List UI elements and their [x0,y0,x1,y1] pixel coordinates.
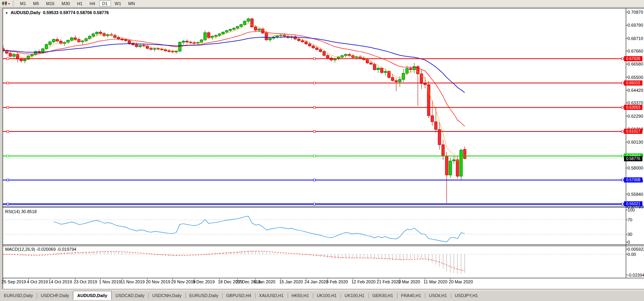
price-tick-label: 0.60130 [628,140,644,144]
macd-scale-label: 0.00 [628,252,636,257]
date-label: 29 Nov 2019 [171,279,195,284]
rsi-indicator-label: RSI(14) 30.8518 [5,209,37,214]
macd-pane [3,250,626,274]
macd-scale-label: -0.023944 [628,273,644,277]
price-badge: 0.65015 [624,80,642,86]
price-tick-label: 0.68710 [628,36,644,41]
chart-tab-fra40-h1[interactable]: FRA40,H1 [397,292,425,300]
macd-indicator-label: MACD(12,26,9) -0.020069 -0.019794 [5,247,76,252]
price-badge: 0.58776 [624,156,642,161]
ma-5-line [3,23,465,162]
price-tick-label: 0.69790 [628,23,644,27]
ma-20-line [3,31,465,126]
date-label: 12 Feb 2020 [351,279,376,284]
date-label: 20 Mar 2020 [449,279,473,284]
chart-tab-xauusd-h1[interactable]: XAUUSD,H1 [255,292,288,300]
price-badge: 0.57008 [624,177,642,182]
chart-tab-usdchf-daily[interactable]: USDCHF,Daily [37,292,73,300]
chart-tab-usoil-h1[interactable]: USOil,H1 [425,292,451,300]
mt4-window: ▾ M1M5M15M30H1H4D1W1MN ▼AUDUSD,Daily 0.5… [0,0,644,301]
chart-tab-hk50-h1[interactable]: HK50,H1 [288,292,313,300]
horizontal-lines[interactable] [3,58,626,205]
rsi-scale-label: 0 [628,240,630,244]
price-badge: 0.63003 [624,105,642,110]
date-label: 23 Oct 2019 [74,279,97,284]
chart-tab-eurusd-daily[interactable]: EURUSD,Daily [185,292,222,300]
price-tick-label: 0.70870 [628,10,644,15]
date-label: 6 Jan 2020 [254,279,275,284]
rsi-scale-label: 30 [628,232,632,237]
price-tick-label: 0.65500 [628,75,644,80]
price-tick-label: 0.62290 [628,114,644,119]
collapse-arrow-icon[interactable]: ▼ [5,11,8,15]
price-tick-label: 0.64420 [628,88,644,93]
date-label: 2 Mar 2020 [398,279,420,284]
chart-tab-ger30-h1[interactable]: GER30,H1 [368,292,397,300]
candles [2,18,466,203]
chart-tab-gbpusd-h4[interactable]: GBPUSD,H4 [222,292,255,300]
chart-tab-usdcnh-daily[interactable]: USDCNH,Daily [148,292,185,300]
price-tick-label: 0.66580 [628,62,644,66]
chart-ohlc-values: 0.59533 0.59774 0.58706 0.58776 [43,10,109,15]
chart-tab-uk100-h1[interactable]: UK100,H1 [341,292,368,300]
pane-borders [3,8,644,289]
price-badge: 0.67026 [624,56,642,61]
rsi-scale-label: 70 [628,217,632,222]
date-label: 20 Nov 2019 [146,279,170,284]
price-badge: 0.55021 [624,201,642,206]
date-label: 9 Dec 2019 [193,279,215,284]
chart-tab-usdcad-daily[interactable]: USDCAD,Daily [112,292,149,300]
chart-title: ▼AUDUSD,Daily 0.59533 0.59774 0.58706 0.… [5,10,109,15]
date-label: 14 Oct 2019 [49,279,72,284]
chart-tab-usdjpy-h1[interactable]: USDJPY,H1 [451,292,482,300]
chart-symbol-label: AUDUSD,Daily [11,10,40,15]
main-pane [2,18,626,205]
chart-tab-bar: EURUSD,DailyUSDCHF,DailyAUDUSD,DailyUSDC… [0,290,644,301]
chart-tab-uk100-h1[interactable]: UK100,H1 [313,292,341,300]
price-badge: 0.61017 [624,129,642,134]
rsi-pane [3,216,626,242]
date-label: 11 Nov 2019 [121,279,145,284]
date-label: 24 Jan 2020 [305,279,328,284]
price-tick-label: 0.55840 [628,192,644,197]
chart-tab-eurusd-daily[interactable]: EURUSD,Daily [0,292,37,300]
price-chart-canvas [0,0,644,293]
chart-tab-audusd-daily[interactable]: AUDUSD,Daily [73,291,111,300]
rsi-scale-label: 100 [628,208,635,212]
chart-window: ▼AUDUSD,Daily 0.59533 0.59774 0.58706 0.… [3,8,644,289]
date-label: 21 Feb 2020 [377,279,401,284]
date-label: 4 Oct 2019 [27,279,48,284]
price-tick-label: 0.58000 [628,166,644,170]
price-tick-label: 0.67660 [628,49,644,53]
date-label: 1 Nov 2019 [99,279,121,284]
date-label: 11 Mar 2020 [423,279,447,284]
macd-scale-label: 0.005923 [628,247,644,252]
date-label: 25 Sep 2019 [2,279,26,284]
date-label: 3 Feb 2020 [326,279,348,284]
date-label: 15 Jan 2020 [279,279,303,284]
